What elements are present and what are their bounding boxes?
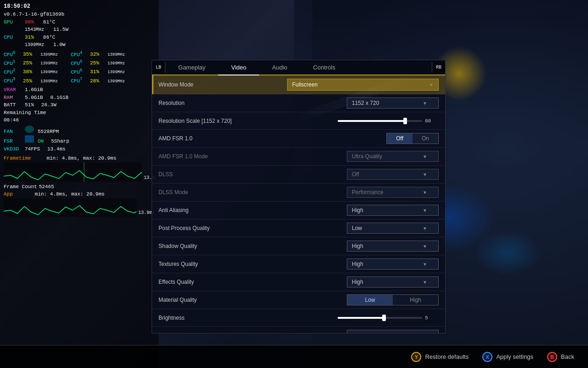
hud-remaining-row: Remaining Time [4,109,155,117]
setting-window-mode-control: Fullscreen ▼ [287,79,439,91]
brightness-thumb[interactable] [382,315,386,321]
hud-fsr-value: ON [38,138,44,145]
hud-cpu5: CPU5 25% 1399MHz [71,58,135,67]
setting-amd-fsr-mode-dropdown[interactable]: Ultra Quality ▼ [347,151,439,162]
setting-blur-dropdown[interactable]: Epic ▼ [347,330,439,333]
hud-time-row: 18:50:02 [4,2,155,11]
resolution-scale-track [338,120,422,122]
hud-remaining-label: Remaining Time [4,109,46,117]
hud-vkd3d-label: VKD3D [4,145,23,153]
hud-cpu-cores: CPU0 35% 1399MHz CPU1 25% 1399MHz CPU2 3… [4,50,155,85]
material-low-btn[interactable]: Low [347,295,393,305]
setting-window-mode: Window Mode Fullscreen ▼ [152,75,445,94]
setting-post-process-dropdown[interactable]: Low ▼ [347,223,439,234]
tab-audio[interactable]: Audio [259,60,300,75]
hud-time: 18:50:02 [4,2,30,11]
setting-post-process: Post Process Quality Low ▼ [152,219,445,237]
setting-textures-quality-control: High ▼ [287,259,439,270]
city-glow-2 [473,230,542,276]
amd-fsr-on-btn[interactable]: On [413,133,438,144]
setting-brightness: Brightness 5 [152,309,445,327]
hud-fan-value: 5528RPM [38,128,59,136]
setting-dlss-control: Off ▼ [287,169,439,180]
hud-gpu-power: 11.5W [53,26,68,34]
hud-gpu-freq-row: 1543MHz 11.5W [4,26,155,34]
tab-video[interactable]: Video [218,60,259,75]
shadow-quality-arrow: ▼ [423,244,427,249]
hud-fsr-label: FSR [4,138,23,145]
window-mode-arrow: ▼ [429,82,434,87]
bottom-bar: Y Restore defaults X Apply settings B Ba… [0,345,588,368]
hud-cpu6-freq: 1399MHz [107,69,125,76]
back-btn[interactable]: B Back [547,352,574,362]
effects-quality-arrow: ▼ [423,280,427,285]
post-process-value: Low [352,225,362,231]
setting-dlss-label: DLSS [158,171,287,178]
restore-y-icon: Y [411,352,421,362]
tab-gameplay[interactable]: Gameplay [165,60,218,75]
hud-app-minmax: min: 4.8ms, max: 20.9ms [35,190,105,198]
setting-amd-fsr-mode-control: Ultra Quality ▼ [287,151,439,162]
hud-vkd3d-ms: 13.4ms [47,145,66,153]
setting-anti-aliasing-control: High ▼ [287,205,439,216]
app-graph [4,198,136,217]
resolution-scale-value: 80 [425,118,439,124]
hud-batt-label: BATT [4,101,23,109]
brightness-slider[interactable]: 5 [338,315,439,321]
hud-framecount-row: Frame Count 52465 [4,183,155,191]
setting-blur-control: Epic ▼ [287,330,439,333]
hud-cpu1: CPU1 25% 1399MHz [4,58,68,67]
hud-app-graph-row: 13.9ms [4,198,155,217]
setting-shadow-quality-control: High ▼ [287,241,439,252]
hud-cpu7-usage: 28% [90,77,106,85]
amd-fsr-toggle[interactable]: Off On [386,133,439,144]
anti-aliasing-value: High [352,207,363,213]
setting-shadow-quality-dropdown[interactable]: High ▼ [347,241,439,252]
restore-defaults-btn[interactable]: Y Restore defaults [411,352,469,362]
settings-tabs: LB Gameplay Video Audio Controls RB [152,60,445,75]
textures-quality-arrow: ▼ [423,262,427,267]
material-quality-toggle[interactable]: Low High [347,294,439,305]
hud-app-label-row: App min: 4.8ms, max: 20.9ms [4,190,155,198]
resolution-scale-slider[interactable]: 80 [338,118,439,124]
fsr-icon [25,135,34,143]
dlss-arrow: ▼ [423,172,427,177]
hud-cpu3-label: CPU3 [4,76,21,85]
hud-gpu-usage: 99% [25,18,34,26]
hud-cpu6-usage: 31% [90,68,106,76]
effects-quality-value: High [352,279,363,285]
setting-amd-fsr-control: Off On [287,133,439,144]
setting-window-mode-dropdown[interactable]: Fullscreen ▼ [287,79,439,91]
setting-anti-aliasing-dropdown[interactable]: High ▼ [347,205,439,216]
hud-batt-pct: 51% [25,101,34,109]
resolution-scale-thumb[interactable] [403,118,407,124]
tab-controls[interactable]: Controls [300,60,348,75]
setting-material-quality-label: Material Quality [158,297,287,303]
shadow-quality-value: High [352,243,363,249]
hud-app-label: App [4,190,13,198]
setting-anti-aliasing: Anti Aliasing High ▼ [152,201,445,219]
hud-cpu2-freq: 1399MHz [40,69,58,76]
amd-fsr-off-btn[interactable]: Off [387,133,413,144]
apply-settings-btn[interactable]: X Apply settings [482,352,533,362]
setting-resolution: Resolution 1152 x 720 ▼ [152,94,445,112]
setting-dlss-mode-dropdown[interactable]: Performance ▼ [347,187,439,198]
apply-x-icon: X [482,352,492,362]
tab-rb[interactable]: RB [432,62,445,73]
hud-cpu4-col: CPU4 32% 1399MHz CPU5 25% 1399MHz CPU6 3… [71,50,135,85]
hud-cpu0-freq: 1399MHz [40,52,58,58]
hud-cpu5-freq: 1399MHz [107,61,125,67]
setting-dlss-dropdown[interactable]: Off ▼ [347,169,439,180]
setting-effects-quality-label: Effects Quality [158,279,287,285]
hud-cpu0-label: CPU0 [4,50,21,58]
material-high-btn[interactable]: High [393,295,438,305]
setting-textures-quality-dropdown[interactable]: High ▼ [347,259,439,270]
dlss-mode-value: Performance [352,189,384,196]
hud-frametime-label-row: Frametime min: 4.8ms, max: 20.9ms [4,155,155,162]
setting-textures-quality-label: Textures Quality [158,261,287,267]
setting-effects-quality-dropdown[interactable]: High ▼ [347,276,439,288]
tab-lb[interactable]: LB [152,62,165,73]
hud-cpu0-col: CPU0 35% 1399MHz CPU1 25% 1399MHz CPU2 3… [4,50,68,85]
hud-ram-swap: 0.1GiB [51,94,69,102]
setting-resolution-dropdown[interactable]: 1152 x 720 ▼ [347,98,439,109]
